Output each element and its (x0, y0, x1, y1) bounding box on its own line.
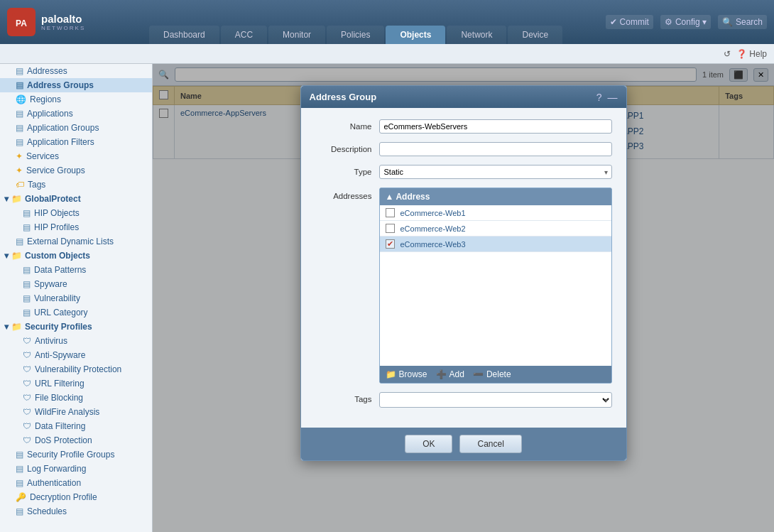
add-button[interactable]: ➕ Add (436, 369, 464, 379)
addr-checkbox-web1[interactable] (386, 208, 395, 217)
content-area: 🔍 1 item ⬛ ✕ Name Location Members Count… (153, 64, 774, 532)
commit-icon: ✔ (610, 17, 617, 27)
auth-icon: ▤ (16, 478, 23, 488)
addresses-footer: 📁 Browse ➕ Add ➖ Delete (380, 366, 611, 383)
cancel-button[interactable]: Cancel (459, 435, 521, 453)
browse-icon: 📁 (386, 369, 396, 379)
refresh-button[interactable]: ↺ (724, 49, 731, 59)
dialog-help-button[interactable]: ? (596, 92, 602, 102)
help-icon: ❓ (736, 49, 747, 59)
tags-select[interactable] (379, 392, 612, 408)
browse-button[interactable]: 📁 Browse (386, 369, 427, 379)
tags-label: Tags (315, 392, 379, 403)
app-filters-icon: ▤ (16, 137, 23, 147)
dialog-footer: OK Cancel (301, 428, 626, 460)
address-empty-space (380, 252, 611, 366)
vuln-protection-icon: 🛡 (23, 364, 31, 374)
sidebar-item-file-blocking[interactable]: 🛡 File Blocking (0, 391, 152, 405)
wildfire-icon: 🛡 (23, 407, 31, 417)
help-button[interactable]: ❓ Help (736, 49, 767, 59)
address-row-web2[interactable]: eCommerce-Web2 (380, 221, 611, 237)
sidebar-item-url-filtering[interactable]: 🛡 URL Filtering (0, 376, 152, 391)
sidebar: ▤ Addresses ▤ Address Groups 🌐 Regions ▤… (0, 64, 153, 532)
search-button[interactable]: 🔍 Search (718, 15, 767, 29)
sidebar-item-schedules[interactable]: ▤ Schedules (0, 504, 152, 519)
tab-objects[interactable]: Objects (386, 26, 445, 44)
addr-checkbox-web3[interactable]: ✔ (386, 239, 395, 249)
addr-name-web2: eCommerce-Web2 (400, 224, 466, 233)
sidebar-item-tags[interactable]: 🏷 Tags (0, 178, 152, 192)
address-row-web1[interactable]: eCommerce-Web1 (380, 205, 611, 221)
tab-acc[interactable]: ACC (221, 26, 267, 44)
url-category-icon: ▤ (23, 308, 31, 317)
sidebar-item-services[interactable]: ✦ Services (0, 149, 152, 163)
name-input[interactable] (379, 119, 612, 134)
sidebar-item-antivirus[interactable]: 🛡 Antivirus (0, 334, 152, 348)
config-button[interactable]: ⚙ Config ▾ (660, 15, 711, 29)
sidebar-item-applications[interactable]: ▤ Applications (0, 107, 152, 121)
commit-button[interactable]: ✔ Commit (606, 15, 653, 29)
sidebar-item-addresses[interactable]: ▤ Addresses (0, 64, 152, 78)
delete-button[interactable]: ➖ Delete (473, 369, 511, 379)
tab-dashboard[interactable]: Dashboard (149, 26, 219, 44)
config-label: Config ▾ (675, 17, 707, 27)
sidebar-item-application-groups[interactable]: ▤ Application Groups (0, 121, 152, 135)
tab-policies[interactable]: Policies (327, 26, 384, 44)
sidebar-item-application-filters[interactable]: ▤ Application Filters (0, 135, 152, 149)
sidebar-item-authentication[interactable]: ▤ Authentication (0, 476, 152, 490)
sidebar-item-regions[interactable]: 🌐 Regions (0, 92, 152, 107)
data-filtering-icon: 🛡 (23, 421, 31, 431)
form-row-addresses: Addresses ▲ Address (315, 188, 612, 384)
form-row-name: Name (315, 119, 612, 134)
sidebar-item-data-patterns[interactable]: ▤ Data Patterns (0, 263, 152, 277)
sidebar-item-service-groups[interactable]: ✦ Service Groups (0, 163, 152, 178)
svg-text:PA: PA (16, 18, 27, 28)
sidebar-item-log-forwarding[interactable]: ▤ Log Forwarding (0, 462, 152, 476)
tab-device[interactable]: Device (508, 26, 562, 44)
sidebar-item-vulnerability[interactable]: ▤ Vulnerability (0, 291, 152, 305)
tags-icon: 🏷 (16, 180, 24, 190)
form-row-type: Type Static Dynamic ▾ (315, 165, 612, 179)
sidebar-item-external-dynamic-lists[interactable]: ▤ External Dynamic Lists (0, 234, 152, 249)
type-select-wrapper: Static Dynamic ▾ (379, 165, 612, 179)
type-select[interactable]: Static Dynamic (379, 165, 612, 179)
sidebar-item-url-category[interactable]: ▤ URL Category (0, 305, 152, 320)
sidebar-section-security-profiles[interactable]: ▾ 📁 Security Profiles (0, 320, 152, 334)
ok-button[interactable]: OK (405, 435, 452, 453)
logo-icon: PA (7, 8, 36, 36)
security-profiles-folder-icon: 📁 (11, 322, 22, 332)
app-groups-icon: ▤ (16, 123, 23, 133)
delete-label: Delete (486, 369, 511, 379)
sidebar-item-hip-profiles[interactable]: ▤ HIP Profiles (0, 220, 152, 234)
sidebar-item-address-groups[interactable]: ▤ Address Groups (0, 78, 152, 92)
sidebar-item-decryption-profile[interactable]: 🔑 Decryption Profile (0, 490, 152, 504)
search-icon: 🔍 (722, 17, 733, 27)
addr-checkbox-web2[interactable] (386, 224, 395, 233)
address-col-label: Address (396, 192, 430, 202)
tab-monitor[interactable]: Monitor (268, 26, 325, 44)
description-input[interactable] (379, 142, 612, 156)
sidebar-item-dos-protection[interactable]: 🛡 DoS Protection (0, 433, 152, 447)
delete-icon: ➖ (473, 369, 484, 379)
address-col-sort-icon: ▲ (386, 192, 394, 202)
sidebar-item-hip-objects[interactable]: ▤ HIP Objects (0, 206, 152, 220)
address-group-dialog: Address Group ? — Name Descriptio (300, 85, 627, 461)
sidebar-item-spyware[interactable]: ▤ Spyware (0, 277, 152, 291)
browse-label: Browse (399, 369, 427, 379)
secondary-bar: ↺ ❓ Help (0, 44, 774, 64)
sidebar-item-security-profile-groups[interactable]: ▤ Security Profile Groups (0, 447, 152, 462)
sidebar-item-data-filtering[interactable]: 🛡 Data Filtering (0, 419, 152, 433)
name-label: Name (315, 119, 379, 131)
address-row-web3[interactable]: ✔ eCommerce-Web3 (380, 237, 611, 252)
tab-network[interactable]: Network (447, 26, 506, 44)
top-actions: ✔ Commit ⚙ Config ▾ 🔍 Search (606, 15, 767, 29)
sidebar-item-wildfire[interactable]: 🛡 WildFire Analysis (0, 405, 152, 419)
type-label: Type (315, 165, 379, 176)
sidebar-item-anti-spyware[interactable]: 🛡 Anti-Spyware (0, 348, 152, 362)
globalprotect-folder-icon: 📁 (11, 194, 22, 204)
sidebar-item-vulnerability-protection[interactable]: 🛡 Vulnerability Protection (0, 362, 152, 376)
addresses-label: Addresses (315, 188, 379, 200)
dialog-minimize-button[interactable]: — (608, 92, 618, 102)
sidebar-section-globalprotect[interactable]: ▾ 📁 GlobalProtect (0, 192, 152, 206)
sidebar-section-custom-objects[interactable]: ▾ 📁 Custom Objects (0, 249, 152, 263)
